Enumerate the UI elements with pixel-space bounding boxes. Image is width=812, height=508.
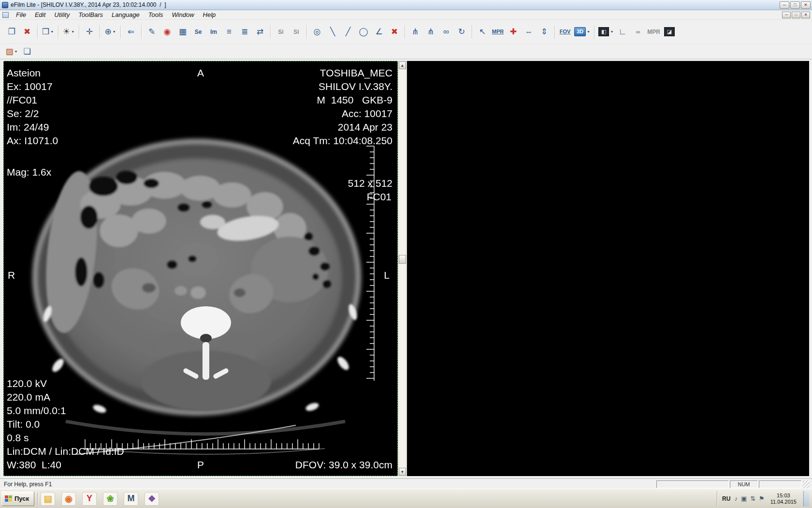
preset-colormap-button[interactable]: ▨▼ bbox=[4, 44, 19, 59]
preset-colormap-dropdown-arrow[interactable]: ▼ bbox=[14, 50, 18, 53]
display-icon[interactable]: ▣ bbox=[741, 495, 747, 502]
menu-window[interactable]: Window bbox=[167, 10, 198, 19]
image-viewport-active[interactable]: AsteionEx: 10017//FC01Se: 2/2Im: 24/49Ax… bbox=[3, 61, 398, 476]
copy-image-layout-button[interactable]: ❒▼ bbox=[40, 25, 56, 39]
menu-utility[interactable]: Utility bbox=[50, 10, 74, 19]
edit-annotations-button[interactable]: ✎ bbox=[144, 25, 160, 39]
pointer-tool-button[interactable]: ↖ bbox=[475, 25, 490, 39]
overlay-magnification: Mag: 1.6x bbox=[7, 165, 51, 179]
overlay-line: Lin:DCM / Lin:DCM / Id:ID bbox=[7, 445, 124, 458]
patient-position-icon: ⋔ bbox=[427, 28, 434, 36]
toolbar-separator bbox=[120, 25, 121, 39]
delete-annotations-button[interactable]: ✖ bbox=[387, 25, 402, 39]
link-series-button[interactable]: ∞ bbox=[438, 25, 454, 39]
image-layout-button[interactable]: Im bbox=[206, 25, 221, 39]
menu-toolbars[interactable]: ToolBars bbox=[74, 10, 107, 19]
open-images-button[interactable]: ❐ bbox=[4, 25, 19, 39]
copy-image-layout-dropdown-arrow[interactable]: ▼ bbox=[50, 30, 54, 33]
angle-tool-button[interactable]: ∠ bbox=[371, 25, 387, 39]
efilm-app-shortcut[interactable]: M bbox=[124, 492, 138, 506]
scroll-down-button[interactable]: ▼ bbox=[399, 468, 406, 476]
render-layout-dropdown-arrow[interactable]: ▼ bbox=[610, 30, 613, 33]
pan-button[interactable]: ✛ bbox=[82, 25, 97, 39]
mpr-tool-button[interactable]: MPR bbox=[490, 25, 506, 39]
series-layout-icon: Se bbox=[195, 29, 202, 35]
image-viewport-empty[interactable] bbox=[407, 61, 809, 476]
overlay-kernel: FC01 bbox=[367, 190, 392, 204]
patient-position-button[interactable]: ⋔ bbox=[423, 25, 438, 39]
menu-file[interactable]: File bbox=[12, 10, 30, 19]
overlay-line: Tilt: 0.0 bbox=[7, 418, 124, 431]
report-button[interactable]: ≡ bbox=[221, 25, 237, 39]
view-3d-dropdown-arrow[interactable]: ▼ bbox=[587, 30, 590, 33]
patient-orientation-button[interactable]: ⋔ bbox=[407, 25, 423, 39]
menu-help[interactable]: Help bbox=[199, 10, 220, 19]
mdi-document-icon[interactable] bbox=[2, 12, 9, 18]
sync-indicator-1-button[interactable]: Si bbox=[273, 25, 289, 39]
window-level-dropdown-arrow[interactable]: ▼ bbox=[71, 30, 74, 33]
yandex-browser-shortcut[interactable]: Y bbox=[82, 492, 97, 506]
window-level-button[interactable]: ☀▼ bbox=[61, 25, 76, 39]
mdi-minimize-button[interactable]: ─ bbox=[782, 12, 791, 18]
view-3d-button[interactable]: 3D▼ bbox=[573, 25, 592, 39]
mdi-close-button[interactable]: ✕ bbox=[801, 12, 810, 18]
render-layout-button[interactable]: ◧▼ bbox=[597, 25, 615, 39]
crosshair-tool-icon: ✚ bbox=[510, 28, 517, 36]
compare-mode-button[interactable]: ⇄ bbox=[252, 25, 268, 39]
flip-horizontal-button[interactable]: ⇔ bbox=[521, 25, 536, 39]
mpr-label-button[interactable]: MPR bbox=[646, 25, 662, 39]
zoom-dropdown-arrow[interactable]: ▼ bbox=[113, 30, 116, 33]
tile-images-button[interactable]: ▦ bbox=[175, 25, 190, 39]
minimize-button[interactable]: ─ bbox=[780, 1, 789, 9]
rotate-image-button[interactable]: ↻ bbox=[454, 25, 469, 39]
overlay-acquisition-info: 120.0 kV220.0 mA5.0 mm/0.0:1Tilt: 0.00.8… bbox=[7, 377, 124, 472]
ruler-tool-icon: ╱ bbox=[346, 28, 350, 36]
taskbar-clock[interactable]: 15:03 11.04.2015 bbox=[768, 493, 798, 505]
mdi-restore-button[interactable]: □ bbox=[792, 12, 800, 18]
language-indicator[interactable]: RU bbox=[722, 495, 730, 502]
series-layout-button[interactable]: Se bbox=[190, 25, 206, 39]
image-export-view-button[interactable]: ◪ bbox=[662, 25, 677, 39]
flip-vertical-button[interactable]: ⇕ bbox=[536, 25, 552, 39]
display-settings-button[interactable]: ◉ bbox=[160, 25, 175, 39]
start-button[interactable]: Пуск bbox=[1, 492, 34, 506]
axes-3d-button[interactable]: ∟ bbox=[615, 25, 630, 39]
quick-launch-bar: ▤◉Y❀M❖ bbox=[41, 492, 159, 506]
notifications-icon[interactable]: ⚑ bbox=[759, 495, 765, 502]
fov-button[interactable]: FOV bbox=[557, 25, 573, 39]
scroll-thumb[interactable] bbox=[399, 255, 406, 264]
visual-checklist-button[interactable]: ≣ bbox=[237, 25, 252, 39]
new-image-window-icon: ❏ bbox=[23, 47, 30, 56]
app-icon bbox=[2, 2, 8, 8]
new-image-window-button[interactable]: ❏ bbox=[19, 44, 35, 59]
explorer-shortcut[interactable]: ▤ bbox=[41, 492, 55, 506]
media-player-shortcut[interactable]: ◉ bbox=[61, 492, 76, 506]
stereo-view-icon: ∞ bbox=[636, 29, 640, 35]
menu-edit[interactable]: Edit bbox=[30, 10, 50, 19]
probe-tool-button[interactable]: ◎ bbox=[309, 25, 325, 39]
paint-shortcut[interactable]: ❖ bbox=[145, 492, 159, 506]
zoom-button[interactable]: ⊕▼ bbox=[102, 25, 118, 39]
previous-layout-button[interactable]: ⇐ bbox=[123, 25, 139, 39]
ruler-tool-button[interactable]: ╱ bbox=[340, 25, 356, 39]
menu-language[interactable]: Language bbox=[107, 10, 144, 19]
menu-tools[interactable]: Tools bbox=[144, 10, 168, 19]
tile-images-icon: ▦ bbox=[179, 28, 187, 36]
icq-shortcut[interactable]: ❀ bbox=[103, 492, 117, 506]
viewport-scrollbar[interactable]: ▲ ▼ bbox=[398, 61, 406, 476]
network-icon[interactable]: ⇅ bbox=[750, 495, 755, 502]
show-desktop-button[interactable] bbox=[803, 491, 809, 507]
volume-icon[interactable]: ♪ bbox=[734, 495, 738, 502]
ellipse-tool-button[interactable]: ◯ bbox=[356, 25, 371, 39]
line-tool-button[interactable]: ╲ bbox=[325, 25, 340, 39]
close-button[interactable]: ✕ bbox=[801, 1, 811, 9]
maximize-button[interactable]: □ bbox=[790, 1, 800, 9]
report-icon: ≡ bbox=[227, 28, 232, 36]
stereo-view-button[interactable]: ∞ bbox=[630, 25, 646, 39]
sync-indicator-2-button[interactable]: Si bbox=[289, 25, 304, 39]
resize-grip[interactable] bbox=[802, 480, 810, 488]
crosshair-tool-button[interactable]: ✚ bbox=[506, 25, 521, 39]
close-study-button[interactable]: ✖ bbox=[19, 25, 35, 39]
taskbar-separator bbox=[37, 493, 38, 505]
scroll-up-button[interactable]: ▲ bbox=[399, 61, 406, 69]
